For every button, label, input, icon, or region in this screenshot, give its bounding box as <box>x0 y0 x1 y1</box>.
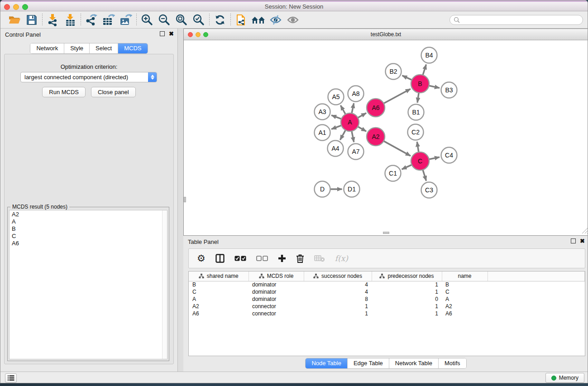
save-session-button[interactable] <box>23 13 40 27</box>
mcds-result-list[interactable]: A2ABCA6 <box>9 210 167 359</box>
delete-table-button[interactable] <box>314 255 325 262</box>
tab-mcds[interactable]: MCDS <box>118 43 147 53</box>
network-canvas[interactable]: B4B2BB3A5A8A6A3B1AA1C2A2A4A7C4CC1C3DD1 <box>184 40 588 234</box>
node-C3[interactable]: C3 <box>421 182 437 198</box>
column-header-successor-nodes[interactable]: successor nodes <box>304 272 372 281</box>
float-panel-icon[interactable] <box>160 31 165 36</box>
open-session-button[interactable] <box>6 13 23 27</box>
new-network-from-selection-button[interactable] <box>233 13 250 27</box>
node-D1[interactable]: D1 <box>344 181 360 197</box>
import-network-button[interactable] <box>44 13 62 27</box>
edge-A-A3[interactable] <box>331 115 341 119</box>
mcds-result-item[interactable]: B <box>10 225 167 232</box>
edge-B-B3[interactable] <box>429 86 440 88</box>
edge-A-A7[interactable] <box>352 131 354 142</box>
tab-edge-table[interactable]: Edge Table <box>348 358 389 368</box>
edge-A2-C[interactable] <box>384 141 411 156</box>
add-row-button[interactable] <box>278 254 286 262</box>
column-header-predecessor-nodes[interactable]: predecessor nodes <box>372 272 442 281</box>
column-header-MCDS-role[interactable]: MCDS role <box>249 272 304 281</box>
search-input[interactable] <box>463 17 579 23</box>
list-scrollbar[interactable] <box>162 210 167 359</box>
network-close-button[interactable] <box>188 32 193 37</box>
node-A5[interactable]: A5 <box>328 89 344 105</box>
edge-A-A5[interactable] <box>340 105 345 114</box>
edge-C-C3[interactable] <box>423 170 426 181</box>
float-panel-icon[interactable] <box>571 238 576 243</box>
export-network-button[interactable] <box>83 13 100 27</box>
node-A[interactable]: A <box>341 113 359 131</box>
node-A4[interactable]: A4 <box>328 141 344 157</box>
vertical-scrollbar[interactable] <box>184 40 186 234</box>
close-panel-icon[interactable]: ✖ <box>580 238 585 243</box>
node-A7[interactable]: A7 <box>348 144 364 160</box>
refresh-layout-button[interactable] <box>211 13 229 27</box>
node-C4[interactable]: C4 <box>441 148 457 163</box>
home-button[interactable] <box>250 13 267 27</box>
edge-C-C2[interactable] <box>417 142 419 152</box>
close-window-button[interactable] <box>4 4 10 10</box>
table-row[interactable]: Adominator80A <box>189 295 585 303</box>
delete-selected-button[interactable] <box>296 254 304 263</box>
node-A2[interactable]: A2 <box>367 128 385 146</box>
edge-B-B4[interactable] <box>423 64 426 75</box>
network-graph[interactable]: B4B2BB3A5A8A6A3B1AA1C2A2A4A7C4CC1C3DD1 <box>184 40 588 234</box>
node-A1[interactable]: A1 <box>315 125 330 141</box>
export-image-button[interactable] <box>117 13 134 27</box>
column-header-name[interactable]: name <box>442 272 488 281</box>
zoom-in-button[interactable] <box>139 13 156 27</box>
hide-selected-button[interactable] <box>267 13 284 27</box>
zoom-fit-button[interactable] <box>173 13 190 27</box>
mcds-result-item[interactable]: A2 <box>10 210 167 218</box>
mcds-result-item[interactable]: C <box>10 232 167 239</box>
function-builder-button[interactable]: f(x) <box>335 254 348 263</box>
network-minimize-button[interactable] <box>196 32 201 37</box>
network-zoom-button[interactable] <box>203 32 208 37</box>
mcds-result-item[interactable]: A6 <box>10 239 167 247</box>
show-all-button[interactable] <box>284 13 301 27</box>
node-B2[interactable]: B2 <box>386 64 402 80</box>
close-panel-button[interactable]: Close panel <box>91 87 136 97</box>
edge-A-A1[interactable] <box>331 125 341 129</box>
node-C[interactable]: C <box>411 152 429 170</box>
edge-A6-B[interactable] <box>384 89 411 103</box>
node-A8[interactable]: A8 <box>348 86 364 102</box>
edge-C-C1[interactable] <box>402 165 412 169</box>
close-panel-icon[interactable]: ✖ <box>169 31 174 36</box>
tab-motifs[interactable]: Motifs <box>439 358 466 368</box>
table-row[interactable]: Bdominator41B <box>189 281 585 288</box>
horizontal-scrollbar[interactable] <box>184 232 588 234</box>
table-row[interactable]: A2connector11A2 <box>189 303 585 310</box>
edge-A-A2[interactable] <box>358 127 366 131</box>
column-header-shared-name[interactable]: shared name <box>189 272 249 281</box>
run-mcds-button[interactable]: Run MCDS <box>42 87 86 97</box>
edge-A-A8[interactable] <box>352 103 354 113</box>
criterion-select[interactable]: largest connected component (directed) <box>20 72 157 82</box>
table-row[interactable]: Cdominator41C <box>189 288 585 295</box>
import-table-button[interactable] <box>62 13 79 27</box>
minimize-window-button[interactable] <box>13 4 19 10</box>
edge-A-A4[interactable] <box>340 130 345 140</box>
show-columns-button[interactable] <box>215 254 225 263</box>
node-B4[interactable]: B4 <box>421 48 437 63</box>
tab-select[interactable]: Select <box>90 43 118 53</box>
node-A6[interactable]: A6 <box>367 99 385 117</box>
table-row[interactable]: A6connector11A6 <box>189 310 585 317</box>
zoom-selected-button[interactable] <box>190 13 207 27</box>
node-A3[interactable]: A3 <box>315 104 330 120</box>
node-B1[interactable]: B1 <box>408 105 424 120</box>
node-B3[interactable]: B3 <box>441 82 457 98</box>
edge-A-A6[interactable] <box>358 113 366 118</box>
export-table-button[interactable] <box>100 13 117 27</box>
network-window-titlebar[interactable]: testGlobe.txt <box>184 29 588 40</box>
table-settings-button[interactable]: ⚙ <box>197 254 206 263</box>
tab-style[interactable]: Style <box>64 43 90 53</box>
task-history-button[interactable] <box>5 373 17 383</box>
zoom-out-button[interactable] <box>156 13 173 27</box>
edge-C-C4[interactable] <box>429 157 440 159</box>
tab-node-table[interactable]: Node Table <box>306 358 348 368</box>
deselect-all-button[interactable] <box>256 256 268 261</box>
memory-button[interactable]: Memory <box>545 373 584 383</box>
node-C1[interactable]: C1 <box>385 166 401 181</box>
mcds-result-item[interactable]: A <box>10 218 167 225</box>
